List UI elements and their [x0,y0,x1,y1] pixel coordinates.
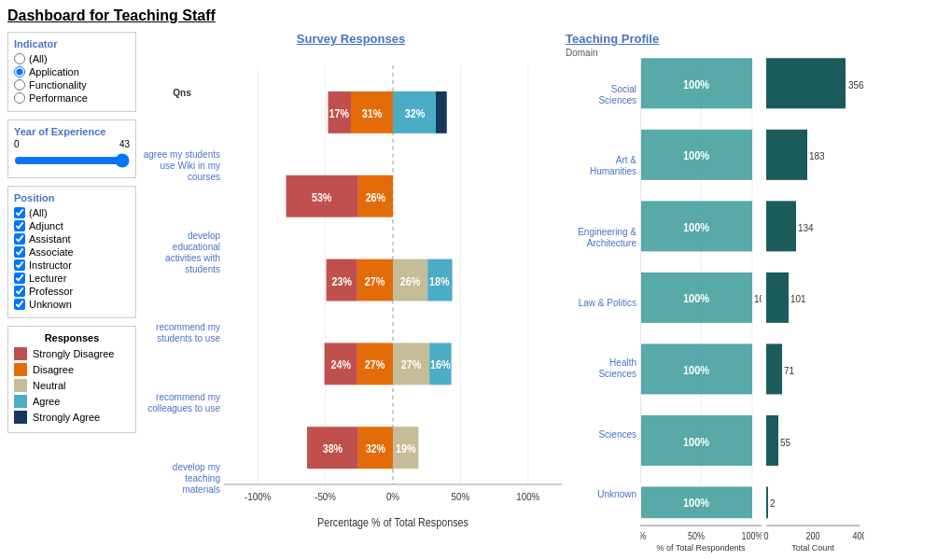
survey-area: Qns agree my studentsuse Wiki in mycours… [140,49,562,553]
svg-rect-72 [766,201,796,251]
domain-engineering: Engineering &Architecture [566,227,640,249]
survey-title: Survey Responses [140,32,562,46]
legend-strongly-disagree: Strongly Disagree [14,347,130,360]
svg-text:50%: 50% [688,530,705,541]
svg-text:Percentage % of Total Response: Percentage % of Total Responses [317,516,468,528]
svg-text:0%: 0% [640,530,647,541]
svg-text:31%: 31% [362,107,383,119]
strongly-agree-label: Strongly Agree [33,412,100,423]
svg-text:27%: 27% [365,275,385,287]
domain-sciences: Sciences [566,429,640,441]
year-filter: Year of Experience 0 43 [7,119,136,178]
pos-instructor[interactable]: Instructor [14,259,130,271]
svg-text:-50%: -50% [315,490,336,502]
strongly-agree-swatch [14,411,27,424]
domain-law: Law & Politics [566,298,640,309]
q2-bars: 26% 53% [287,175,393,217]
survey-chart-body: 31% 17% 32% [224,49,562,553]
svg-text:100%: 100% [683,77,710,91]
pos-unknown[interactable]: Unknown [14,299,130,310]
svg-text:24%: 24% [330,359,351,371]
legend: Responses Strongly Disagree Disagree Neu… [7,326,136,433]
year-slider[interactable] [14,153,130,168]
svg-rect-76 [766,343,782,394]
svg-text:2: 2 [770,497,776,509]
year-title: Year of Experience [14,126,130,137]
pct-axis-title: % of Total Respondents [640,543,762,553]
svg-text:100%: 100% [683,363,710,376]
svg-text:17%: 17% [329,107,350,119]
neutral-label: Neutral [33,380,65,391]
svg-text:27%: 27% [365,359,385,371]
survey-svg: 31% 17% 32% [224,49,562,553]
legend-disagree: Disagree [14,363,130,376]
main-container: Dashboard for Teaching Staff Indicator (… [0,0,937,560]
q1-label: agree my studentsuse Wiki in mycourses [140,149,224,183]
pos-all[interactable]: (All) [14,207,130,218]
svg-text:100%: 100% [683,496,710,509]
pos-adjunct[interactable]: Adjunct [14,220,130,231]
svg-text:100%: 100% [683,292,710,305]
domain-list: SocialSciences Art &Humanities Engineeri… [566,60,640,553]
svg-text:16%: 16% [430,359,451,371]
pos-associate[interactable]: Associate [14,246,130,258]
svg-text:19%: 19% [396,443,416,455]
svg-text:0%: 0% [386,490,399,502]
agree-label: Agree [33,396,60,407]
svg-text:101: 101 [790,293,806,305]
indicator-performance-label: Performance [29,92,88,104]
svg-rect-74 [766,273,789,323]
svg-text:38%: 38% [323,443,343,455]
svg-text:27%: 27% [401,359,422,371]
sidebar: Indicator (All) Application Functionalit… [7,32,136,553]
q5-bars: 38% 32% 19% [307,427,418,469]
svg-rect-68 [766,58,846,108]
svg-text:0: 0 [763,530,768,541]
indicator-application[interactable]: Application [14,66,130,77]
svg-text:200: 200 [805,530,819,541]
disagree-label: Disagree [33,364,74,375]
svg-text:50%: 50% [452,490,470,502]
qn-labels: Qns agree my studentsuse Wiki in mycours… [140,49,224,553]
svg-text:100%: 100% [741,530,762,541]
content-area: Indicator (All) Application Functionalit… [7,32,930,553]
pos-professor[interactable]: Professor [14,286,130,297]
position-filter: Position (All) Adjunct Assistant Associa… [7,186,136,318]
svg-text:55: 55 [780,436,790,448]
disagree-swatch [14,363,27,376]
pos-assistant[interactable]: Assistant [14,233,130,245]
svg-text:356: 356 [848,78,864,91]
q3-label: recommend mystudents to use [140,322,224,344]
svg-text:-100%: -100% [245,490,271,502]
indicator-functionality[interactable]: Functionality [14,79,130,91]
count-axis-title: Total Count [762,543,864,553]
teaching-title: Teaching Profile [566,32,930,46]
svg-rect-70 [766,130,807,180]
svg-rect-80 [766,486,768,518]
q2-label: develop educationalactivities withstuden… [140,231,224,275]
pos-lecturer[interactable]: Lecturer [14,273,130,284]
indicator-all[interactable]: (All) [14,53,130,64]
svg-text:134: 134 [798,221,814,233]
strongly-disagree-swatch [14,347,27,360]
svg-rect-12 [436,91,447,133]
domain-health: HealthSciences [566,357,640,380]
neutral-swatch [14,379,27,392]
domain-header: Domain [566,48,640,58]
svg-text:100%: 100% [683,435,710,448]
indicator-performance[interactable]: Performance [14,92,130,104]
page-title: Dashboard for Teaching Staff [7,7,930,24]
q4-label: recommend mycolleagues to use [140,392,224,414]
svg-text:32%: 32% [366,443,386,455]
indicator-all-label: (All) [29,53,48,64]
svg-text:26%: 26% [366,191,386,203]
q3-bars: 23% 27% 26% 18% [327,259,453,301]
indicator-functionality-label: Functionality [29,79,87,91]
legend-strongly-agree: Strongly Agree [14,411,130,424]
legend-title: Responses [14,332,130,343]
position-title: Position [14,192,130,203]
legend-agree: Agree [14,395,130,408]
svg-text:18%: 18% [429,275,450,287]
count-svg: 356 183 134 101 [762,48,864,541]
agree-swatch [14,395,27,408]
